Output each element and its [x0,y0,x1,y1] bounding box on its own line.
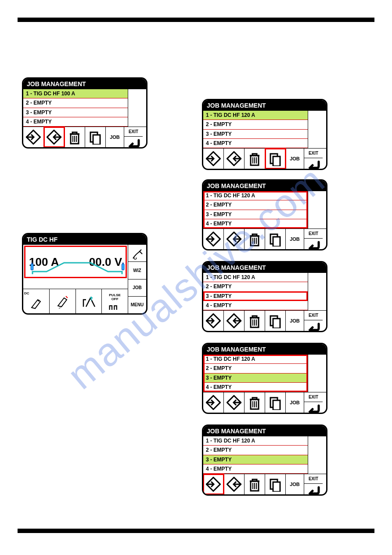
job-row-4[interactable]: 4 - EMPTY [203,219,308,229]
return-button[interactable] [304,320,323,332]
save-in-button[interactable] [203,149,224,169]
job-button[interactable]: JOB [286,229,304,249]
job-row-2[interactable]: 2 - EMPTY [203,282,308,291]
pulse-label-bot: OFF [111,297,119,301]
delete-button[interactable] [65,127,85,147]
return-button[interactable] [304,239,323,250]
save-in-button[interactable] [23,127,44,147]
job-side-blank [128,89,146,127]
load-out-button[interactable] [224,229,245,249]
job-row-2[interactable]: 2 - EMPTY [23,98,128,108]
tig-panel: TIG DC HF 100 A 00.0 V WIZ JOB MENU DC P… [22,233,147,315]
job-panel-right-3: JOB MANAGEMENT 1 - TIG DC HF 120 A 2 - E… [202,261,327,332]
exit-button[interactable]: EXIT [304,392,323,402]
copy-button[interactable] [265,474,286,494]
job-row-1[interactable]: 1 - TIG DC HF 120 A [203,273,308,282]
job-list: 1 - TIG DC HF 100 A 2 - EMPTY 3 - EMPTY … [23,89,128,127]
dc-label: DC [24,291,29,295]
job-side-blank [308,191,326,229]
exit-button[interactable]: EXIT [304,149,323,158]
save-in-button[interactable] [203,311,224,331]
copy-button[interactable] [265,392,286,413]
job-row-1[interactable]: 1 - TIG DC HF 120 A [203,111,308,120]
job-row-4[interactable]: 4 - EMPTY [23,117,128,127]
job-row-3[interactable]: 3 - EMPTY [203,130,308,139]
panel-title: JOB MANAGEMENT [203,344,326,355]
delete-button[interactable] [245,149,265,169]
delete-button[interactable] [245,392,265,413]
return-button[interactable] [304,158,323,170]
load-out-button[interactable] [224,392,245,413]
job-button[interactable]: JOB [106,127,124,147]
tig-title: TIG DC HF [23,234,146,245]
copy-button[interactable] [85,127,106,147]
job-row-1[interactable]: 1 - TIG DC HF 120 A [203,436,308,446]
job-row-2[interactable]: 2 - EMPTY [203,446,308,455]
job-row-2[interactable]: 2 - EMPTY [203,120,308,129]
save-in-button[interactable] [203,392,224,413]
return-button[interactable] [124,137,143,149]
copy-button[interactable] [265,311,286,331]
torch-mode-button[interactable] [128,245,146,261]
exit-button[interactable]: EXIT [124,127,143,137]
load-out-button[interactable] [224,474,245,494]
job-side-blank [308,436,326,474]
job-list: 1 - TIG DC HF 120 A 2 - EMPTY 3 - EMPTY … [203,111,308,148]
job-panel-left-1: JOB MANAGEMENT 1 - TIG DC HF 100 A 2 - E… [22,77,147,149]
job-button[interactable]: JOB [286,392,304,413]
job-button[interactable]: JOB [286,149,304,169]
job-row-3[interactable]: 3 - EMPTY [203,455,308,464]
panel-title: JOB MANAGEMENT [203,100,326,111]
job-panel-right-1: JOB MANAGEMENT 1 - TIG DC HF 120 A 2 - E… [202,99,327,170]
delete-button[interactable] [245,311,265,331]
load-out-button[interactable] [224,149,245,169]
job-side-blank [308,355,326,392]
delete-button[interactable] [245,229,265,249]
wiz-button[interactable]: WIZ [128,261,146,279]
job-row-3[interactable]: 3 - EMPTY [203,374,308,383]
panel-title: JOB MANAGEMENT [203,426,326,436]
tig-bottom-row: DC PULSE OFF [23,289,128,313]
job-row-2[interactable]: 2 - EMPTY [203,200,308,210]
job-row-4[interactable]: 4 - EMPTY [203,139,308,148]
torch-type-button[interactable] [50,289,76,313]
copy-button[interactable] [265,229,286,249]
return-button[interactable] [304,484,323,496]
job-list: 1 - TIG DC HF 120 A 2 - EMPTY 3 - EMPTY … [203,355,308,392]
job-row-4[interactable]: 4 - EMPTY [203,464,308,474]
page-top-rule [18,18,374,22]
pulse-button[interactable]: PULSE OFF [102,289,128,313]
panel-title: JOB MANAGEMENT [203,262,326,273]
delete-button[interactable] [245,474,265,494]
job-row-1[interactable]: 1 - TIG DC HF 100 A [23,89,128,98]
job-row-3[interactable]: 3 - EMPTY [203,210,308,219]
copy-button[interactable] [265,149,286,169]
job-row-3[interactable]: 3 - EMPTY [203,292,308,301]
exit-button[interactable]: EXIT [304,474,323,484]
panel-title: JOB MANAGEMENT [23,79,146,89]
job-button[interactable]: JOB [286,474,304,494]
job-button[interactable]: JOB [286,311,304,331]
dc-mode-button[interactable]: DC [23,289,50,313]
job-row-1[interactable]: 1 - TIG DC HF 120 A [203,191,308,200]
job-panel-right-4: JOB MANAGEMENT 1 - TIG DC HF 120 A 2 - E… [202,343,327,414]
job-row-1[interactable]: 1 - TIG DC HF 120 A [203,355,308,364]
panel-title: JOB MANAGEMENT [203,181,326,191]
tig-display[interactable]: 100 A 00.0 V [24,246,127,278]
return-button[interactable] [304,402,323,414]
job-row-4[interactable]: 4 - EMPTY [203,383,308,392]
pulse-label-top: PULSE [109,293,121,297]
job-row-3[interactable]: 3 - EMPTY [23,108,128,117]
job-row-4[interactable]: 4 - EMPTY [203,301,308,310]
tig-waveform-icon [29,260,126,276]
job-row-2[interactable]: 2 - EMPTY [203,364,308,373]
load-out-button[interactable] [224,311,245,331]
load-out-button[interactable] [44,127,65,147]
menu-button[interactable]: MENU [128,296,146,313]
exit-button[interactable]: EXIT [304,311,323,320]
job-button[interactable]: JOB [128,279,146,296]
save-in-button[interactable] [203,229,224,249]
save-in-button[interactable] [203,474,224,494]
slope-button[interactable] [76,289,102,313]
exit-button[interactable]: EXIT [304,229,323,239]
